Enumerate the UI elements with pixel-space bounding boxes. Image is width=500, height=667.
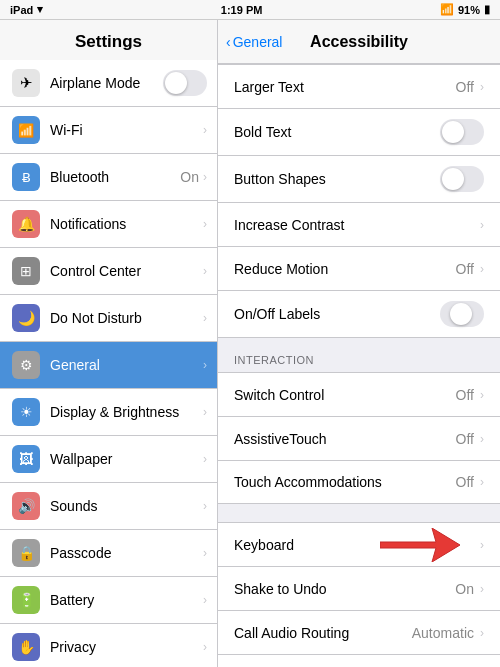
battery-label: 91% xyxy=(458,4,480,16)
battery-chevron: › xyxy=(203,593,207,607)
display-icon: ☀ xyxy=(12,398,40,426)
callaudiorouting-label: Call Audio Routing xyxy=(234,625,412,641)
status-left: iPad ▾ xyxy=(10,3,43,16)
sidebar-item-label-display: Display & Brightness xyxy=(50,404,203,420)
sidebar-item-label-notifications: Notifications xyxy=(50,216,203,232)
onofflabels-toggle[interactable] xyxy=(440,301,484,327)
callaudiorouting-value: Automatic xyxy=(412,625,474,641)
sidebar-item-airplane[interactable]: ✈ Airplane Mode xyxy=(0,60,217,107)
sidebar-item-display[interactable]: ☀ Display & Brightness › xyxy=(0,389,217,436)
sidebar-item-general[interactable]: ⚙ General › xyxy=(0,342,217,389)
sidebar-item-passcode[interactable]: 🔒 Passcode › xyxy=(0,530,217,577)
shaketoundo-value: On xyxy=(455,581,474,597)
sidebar-title: Settings xyxy=(0,20,217,60)
boldtext-label: Bold Text xyxy=(234,124,440,140)
right-panel: ‹ General Accessibility Larger Text Off … xyxy=(218,20,500,667)
bluetooth-icon: Ƀ xyxy=(12,163,40,191)
main-layout: Settings ✈ Airplane Mode 📶 Wi-Fi › Ƀ Blu… xyxy=(0,20,500,667)
shaketoundo-chevron: › xyxy=(480,582,484,596)
privacy-icon: ✋ xyxy=(12,633,40,661)
callaudiorouting-chevron: › xyxy=(480,626,484,640)
row-assistivetouch[interactable]: AssistiveTouch Off › xyxy=(218,416,500,460)
sidebar-item-wallpaper[interactable]: 🖼 Wallpaper › xyxy=(0,436,217,483)
row-boldtext[interactable]: Bold Text xyxy=(218,108,500,155)
airplane-toggle[interactable] xyxy=(163,70,207,96)
row-homebutton[interactable]: Home Button Default › xyxy=(218,654,500,667)
nav-back-button[interactable]: ‹ General xyxy=(226,34,282,50)
largertext-chevron: › xyxy=(480,80,484,94)
bluetooth-value: On xyxy=(180,169,199,185)
keyboard-chevron: › xyxy=(480,538,484,552)
battery-icon: ▮ xyxy=(484,3,490,16)
sidebar-item-label-bluetooth: Bluetooth xyxy=(50,169,180,185)
privacy-chevron: › xyxy=(203,640,207,654)
bluetooth-chevron: › xyxy=(203,170,207,184)
sidebar-item-label-general: General xyxy=(50,357,203,373)
row-onofflabels[interactable]: On/Off Labels xyxy=(218,290,500,338)
content-area: Larger Text Off › Bold Text Button Shape… xyxy=(218,64,500,667)
buttonshapes-toggle[interactable] xyxy=(440,166,484,192)
row-callaudiorouting[interactable]: Call Audio Routing Automatic › xyxy=(218,610,500,654)
sidebar-item-privacy[interactable]: ✋ Privacy › xyxy=(0,624,217,667)
nav-bar: ‹ General Accessibility xyxy=(218,20,500,64)
assistivetouch-value: Off xyxy=(456,431,474,447)
wallpaper-chevron: › xyxy=(203,452,207,466)
sidebar-item-battery[interactable]: 🔋 Battery › xyxy=(0,577,217,624)
sidebar-item-label-sounds: Sounds xyxy=(50,498,203,514)
shaketoundo-label: Shake to Undo xyxy=(234,581,455,597)
sidebar-item-bluetooth[interactable]: Ƀ Bluetooth On › xyxy=(0,154,217,201)
switchcontrol-value: Off xyxy=(456,387,474,403)
touchaccommodations-label: Touch Accommodations xyxy=(234,474,456,490)
row-buttonshapes[interactable]: Button Shapes xyxy=(218,155,500,202)
sidebar-item-label-wallpaper: Wallpaper xyxy=(50,451,203,467)
sidebar-item-wifi[interactable]: 📶 Wi-Fi › xyxy=(0,107,217,154)
reducemotion-chevron: › xyxy=(480,262,484,276)
sounds-chevron: › xyxy=(203,499,207,513)
sidebar-item-sounds[interactable]: 🔊 Sounds › xyxy=(0,483,217,530)
controlcenter-icon: ⊞ xyxy=(12,257,40,285)
row-shaketoundo[interactable]: Shake to Undo On › xyxy=(218,566,500,610)
sidebar-item-donotdisturb[interactable]: 🌙 Do Not Disturb › xyxy=(0,295,217,342)
assistivetouch-label: AssistiveTouch xyxy=(234,431,456,447)
touchaccommodations-value: Off xyxy=(456,474,474,490)
row-keyboard[interactable]: Keyboard › xyxy=(218,522,500,566)
display-chevron: › xyxy=(203,405,207,419)
passcode-chevron: › xyxy=(203,546,207,560)
onofflabels-label: On/Off Labels xyxy=(234,306,440,322)
sidebar-item-controlcenter[interactable]: ⊞ Control Center › xyxy=(0,248,217,295)
switchcontrol-chevron: › xyxy=(480,388,484,402)
keyboard-label: Keyboard xyxy=(234,537,480,553)
wifi-icon: ▾ xyxy=(37,3,43,16)
donotdisturb-icon: 🌙 xyxy=(12,304,40,332)
interaction-header: INTERACTION xyxy=(218,338,500,372)
reducemotion-value: Off xyxy=(456,261,474,277)
row-largertext[interactable]: Larger Text Off › xyxy=(218,64,500,108)
wifi-sidebar-icon: 📶 xyxy=(12,116,40,144)
sidebar-item-label-passcode: Passcode xyxy=(50,545,203,561)
largertext-value: Off xyxy=(456,79,474,95)
sounds-icon: 🔊 xyxy=(12,492,40,520)
largertext-label: Larger Text xyxy=(234,79,456,95)
reducemotion-label: Reduce Motion xyxy=(234,261,456,277)
top-section: Larger Text Off › Bold Text Button Shape… xyxy=(218,64,500,338)
keyboard-section: Keyboard › Shake to Undo On › Call Audio… xyxy=(218,504,500,667)
increasecontrast-label: Increase Contrast xyxy=(234,217,480,233)
row-reducemotion[interactable]: Reduce Motion Off › xyxy=(218,246,500,290)
general-chevron: › xyxy=(203,358,207,372)
sidebar-item-label-battery: Battery xyxy=(50,592,203,608)
sidebar-item-label-wifi: Wi-Fi xyxy=(50,122,203,138)
wifi-status-icon: 📶 xyxy=(440,3,454,16)
row-touchaccommodations[interactable]: Touch Accommodations Off › xyxy=(218,460,500,504)
row-switchcontrol[interactable]: Switch Control Off › xyxy=(218,372,500,416)
interaction-section: INTERACTION Switch Control Off › Assisti… xyxy=(218,338,500,504)
boldtext-toggle[interactable] xyxy=(440,119,484,145)
back-chevron-icon: ‹ xyxy=(226,34,231,50)
sidebar-item-label-donotdisturb: Do Not Disturb xyxy=(50,310,203,326)
battery-sidebar-icon: 🔋 xyxy=(12,586,40,614)
touchaccommodations-chevron: › xyxy=(480,475,484,489)
sidebar-item-notifications[interactable]: 🔔 Notifications › xyxy=(0,201,217,248)
row-increasecontrast[interactable]: Increase Contrast › xyxy=(218,202,500,246)
notifications-chevron: › xyxy=(203,217,207,231)
status-right: 📶 91% ▮ xyxy=(440,3,490,16)
sidebar: Settings ✈ Airplane Mode 📶 Wi-Fi › Ƀ Blu… xyxy=(0,20,218,667)
